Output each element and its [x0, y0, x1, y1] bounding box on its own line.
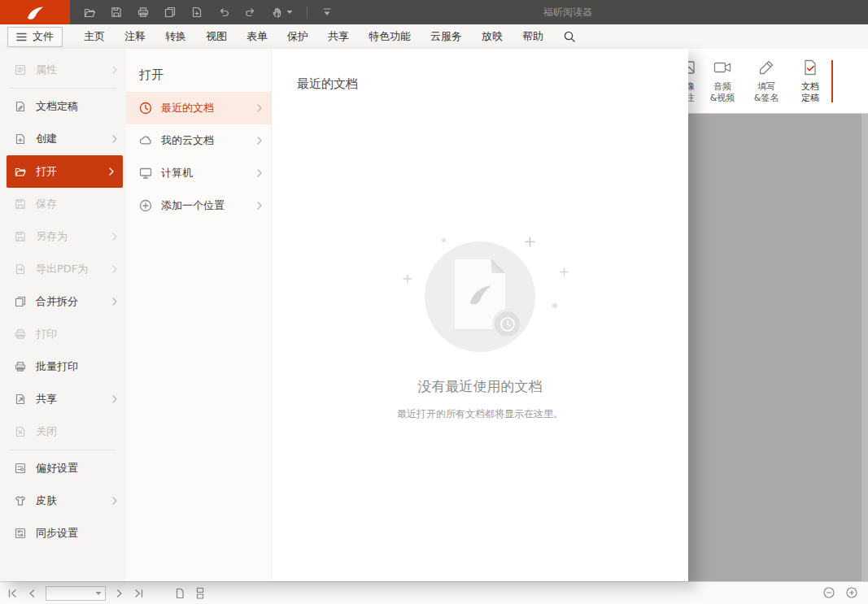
- save-icon[interactable]: [110, 6, 123, 19]
- sidebar-item-label: 打印: [36, 327, 117, 341]
- chevron-right-icon: [112, 265, 117, 273]
- sidebar-item-merge-split[interactable]: 合并拆分: [0, 285, 126, 318]
- sidebar-item-create[interactable]: 创建: [0, 123, 126, 155]
- ribbon-group-doc-finalize[interactable]: 文档 定稿: [789, 58, 831, 104]
- tab-convert[interactable]: 转换: [155, 24, 196, 49]
- zoom-out-icon[interactable]: [822, 586, 835, 599]
- properties-icon: [14, 63, 27, 76]
- title-bar: 福昕阅读器: [0, 0, 868, 24]
- tab-view[interactable]: 视图: [196, 24, 237, 49]
- sync-settings-icon: [14, 527, 27, 540]
- first-page-button[interactable]: [7, 588, 18, 599]
- sidebar-item-label: 保存: [36, 197, 117, 211]
- sidebar-item-save[interactable]: 保存: [0, 188, 126, 220]
- single-page-view-button[interactable]: [174, 587, 185, 600]
- last-page-button[interactable]: [133, 588, 145, 599]
- export-pdf-icon: [14, 263, 27, 276]
- open-item-label: 最近的文档: [161, 101, 249, 115]
- sidebar-item-label: 合并拆分: [36, 294, 103, 309]
- tab-share[interactable]: 共享: [318, 24, 359, 49]
- doc-finalize-icon: [14, 100, 27, 113]
- hamburger-icon: [16, 33, 27, 41]
- next-page-button[interactable]: [115, 588, 124, 599]
- file-menu-button[interactable]: 文件: [7, 27, 63, 47]
- sidebar-item-share[interactable]: 共享: [0, 383, 126, 415]
- tab-help[interactable]: 帮助: [513, 24, 553, 49]
- batch-print-icon: [14, 360, 27, 373]
- sidebar-item-preferences[interactable]: 偏好设置: [0, 452, 126, 485]
- tab-protect[interactable]: 保护: [277, 24, 318, 49]
- empty-state-subtitle: 最近打开的所有文档都将显示在这里。: [397, 407, 563, 421]
- sidebar-item-close[interactable]: 关闭: [0, 415, 126, 448]
- recent-documents-panel: 最近的文档 没有最近使用的文档 最近打开的所有文档都将显示在这里: [272, 49, 688, 581]
- open-panel: 打开 最近的文档 我的云文档 计算机 添加一个位置: [126, 49, 272, 581]
- undo-icon[interactable]: [217, 6, 230, 19]
- clock-badge-icon: [492, 309, 522, 339]
- search-icon[interactable]: [563, 30, 576, 43]
- foxit-logo[interactable]: [0, 0, 70, 24]
- sidebar-item-sync-settings[interactable]: 同步设置: [0, 517, 126, 550]
- sidebar-item-label: 关闭: [36, 424, 117, 439]
- fill-sign-icon: [757, 58, 776, 77]
- tab-cloud-service[interactable]: 云服务: [421, 24, 472, 49]
- foxit-logo-icon: [25, 3, 45, 21]
- empty-recent-state: 没有最近使用的文档 最近打开的所有文档都将显示在这里。: [272, 241, 688, 421]
- sidebar-item-label: 共享: [36, 392, 103, 406]
- file-menu-sidebar: 属性 文档定稿 创建 打开 保存: [0, 49, 126, 581]
- folded-corner: [491, 259, 505, 273]
- sidebar-item-properties[interactable]: 属性: [0, 54, 126, 86]
- open-item-computer[interactable]: 计算机: [126, 157, 271, 189]
- ribbon-label: 音频: [713, 81, 731, 92]
- foxit-reader-window: 福昕阅读器 文件 主页 注释 转换 视图 表单 保护 共享 特色功能 云服务 放…: [0, 0, 868, 604]
- sidebar-item-export-pdf[interactable]: 导出PDF为: [0, 253, 126, 285]
- ribbon-label: 文档: [801, 81, 819, 92]
- vertical-scrollbar[interactable]: [861, 114, 868, 581]
- share-icon: [14, 393, 27, 406]
- recent-documents-title: 最近的文档: [297, 76, 358, 92]
- open-file-icon[interactable]: [83, 6, 96, 19]
- new-page-icon[interactable]: [190, 6, 203, 19]
- tab-special-features[interactable]: 特色功能: [359, 24, 421, 49]
- copy-page-icon[interactable]: [164, 6, 177, 19]
- chevron-right-icon: [112, 135, 117, 143]
- prev-page-button[interactable]: [27, 588, 37, 599]
- add-place-icon: [138, 198, 153, 213]
- redo-icon[interactable]: [244, 6, 257, 19]
- sidebar-item-batch-print[interactable]: 批量打印: [0, 350, 126, 383]
- chevron-right-icon: [257, 137, 262, 145]
- tab-form[interactable]: 表单: [237, 24, 277, 49]
- dropdown-caret-icon: [286, 10, 293, 15]
- status-bar: [0, 581, 868, 604]
- sidebar-item-doc-finalize[interactable]: 文档定稿: [0, 90, 126, 123]
- chevron-right-icon: [257, 169, 262, 177]
- file-backstage-menu: 属性 文档定稿 创建 打开 保存: [0, 49, 688, 581]
- open-panel-title: 打开: [139, 67, 271, 83]
- open-item-add-a-place[interactable]: 添加一个位置: [126, 189, 271, 222]
- ribbon-label: 填写: [757, 81, 775, 92]
- continuous-page-view-button[interactable]: [194, 587, 206, 600]
- print-icon[interactable]: [137, 6, 150, 19]
- ribbon-group-audio-video[interactable]: 音频 &视频: [701, 58, 744, 104]
- sidebar-item-open[interactable]: 打开: [7, 155, 123, 188]
- sidebar-item-label: 属性: [36, 63, 103, 77]
- empty-state-title: 没有最近使用的文档: [418, 377, 543, 396]
- sidebar-item-print[interactable]: 打印: [0, 318, 126, 350]
- ribbon-label: &视频: [710, 93, 735, 103]
- chevron-right-icon: [257, 104, 262, 112]
- open-item-label: 我的云文档: [161, 133, 249, 148]
- tab-comment[interactable]: 注释: [115, 24, 155, 49]
- ribbon-group-fill-sign[interactable]: 填写 &签名: [745, 58, 787, 104]
- tab-projection[interactable]: 放映: [472, 24, 513, 49]
- open-item-my-cloud-documents[interactable]: 我的云文档: [126, 124, 271, 157]
- tab-home[interactable]: 主页: [74, 24, 115, 49]
- toolbar-divider: [307, 7, 308, 19]
- create-icon: [14, 133, 27, 146]
- zoom-in-icon[interactable]: [845, 586, 858, 599]
- page-number-input[interactable]: [46, 586, 106, 601]
- sidebar-item-skin[interactable]: 皮肤: [0, 485, 126, 517]
- ribbon-label: &签名: [754, 93, 779, 103]
- sidebar-item-save-as[interactable]: 另存为: [0, 220, 126, 253]
- hand-tool-icon[interactable]: [271, 6, 293, 19]
- customize-quick-access-icon[interactable]: [321, 7, 333, 17]
- open-item-recent-documents[interactable]: 最近的文档: [126, 92, 271, 124]
